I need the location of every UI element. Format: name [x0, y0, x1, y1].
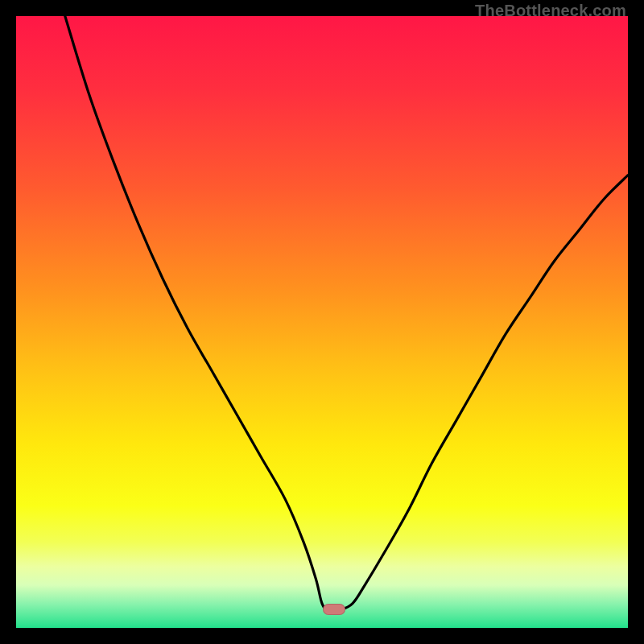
curve-layer [16, 16, 628, 628]
optimal-marker [323, 604, 345, 615]
attribution-label: TheBottleneck.com [475, 2, 626, 20]
plot-area [16, 16, 628, 628]
chart-frame: TheBottleneck.com [0, 0, 644, 644]
bottleneck-curve [65, 16, 628, 610]
